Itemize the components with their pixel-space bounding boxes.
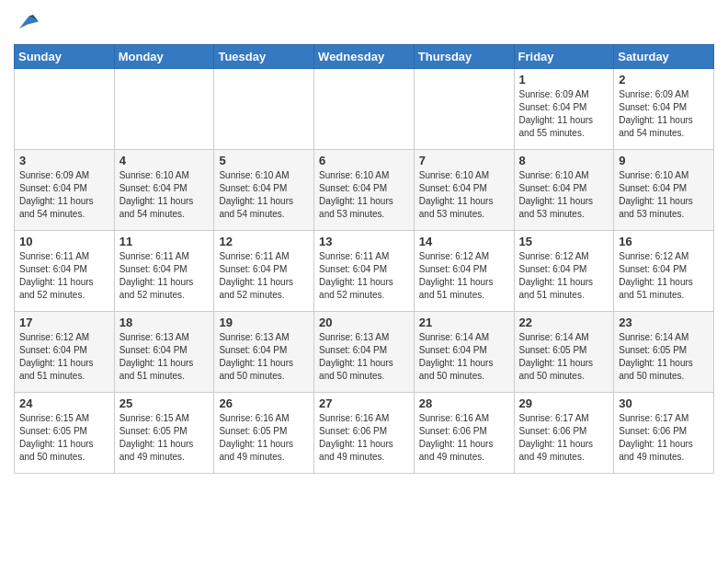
day-info: Sunrise: 6:12 AM Sunset: 6:04 PM Dayligh… (19, 331, 109, 383)
table-row: 28Sunrise: 6:16 AM Sunset: 6:06 PM Dayli… (414, 393, 514, 474)
day-info: Sunrise: 6:13 AM Sunset: 6:04 PM Dayligh… (319, 331, 409, 383)
day-number: 22 (519, 316, 609, 329)
day-number: 16 (619, 235, 709, 248)
table-row: 19Sunrise: 6:13 AM Sunset: 6:04 PM Dayli… (214, 312, 314, 393)
day-info: Sunrise: 6:09 AM Sunset: 6:04 PM Dayligh… (519, 88, 609, 140)
day-info: Sunrise: 6:12 AM Sunset: 6:04 PM Dayligh… (619, 250, 709, 302)
table-row (15, 69, 115, 150)
weekday-header-monday: Monday (114, 45, 214, 69)
day-number: 8 (519, 154, 609, 167)
table-row: 2Sunrise: 6:09 AM Sunset: 6:04 PM Daylig… (614, 69, 714, 150)
day-number: 26 (219, 396, 309, 410)
calendar-week-row: 3Sunrise: 6:09 AM Sunset: 6:04 PM Daylig… (15, 150, 714, 231)
day-info: Sunrise: 6:14 AM Sunset: 6:05 PM Dayligh… (519, 331, 609, 383)
table-row: 24Sunrise: 6:15 AM Sunset: 6:05 PM Dayli… (15, 393, 115, 474)
day-info: Sunrise: 6:10 AM Sunset: 6:04 PM Dayligh… (519, 169, 609, 221)
day-number: 10 (19, 235, 109, 248)
table-row: 22Sunrise: 6:14 AM Sunset: 6:05 PM Dayli… (514, 312, 614, 393)
day-number: 28 (419, 396, 509, 410)
day-info: Sunrise: 6:10 AM Sunset: 6:04 PM Dayligh… (619, 169, 709, 221)
day-info: Sunrise: 6:10 AM Sunset: 6:04 PM Dayligh… (319, 169, 409, 221)
svg-marker-0 (19, 17, 39, 29)
table-row: 6Sunrise: 6:10 AM Sunset: 6:04 PM Daylig… (314, 150, 415, 231)
day-info: Sunrise: 6:14 AM Sunset: 6:04 PM Dayligh… (419, 331, 509, 383)
calendar: SundayMondayTuesdayWednesdayThursdayFrid… (14, 44, 714, 474)
table-row: 17Sunrise: 6:12 AM Sunset: 6:04 PM Dayli… (15, 312, 115, 393)
weekday-header-thursday: Thursday (414, 45, 514, 69)
day-number: 25 (119, 396, 210, 410)
day-info: Sunrise: 6:15 AM Sunset: 6:05 PM Dayligh… (119, 412, 210, 464)
calendar-week-row: 17Sunrise: 6:12 AM Sunset: 6:04 PM Dayli… (15, 312, 714, 393)
header (14, 9, 714, 37)
table-row: 26Sunrise: 6:16 AM Sunset: 6:05 PM Dayli… (214, 393, 314, 474)
day-info: Sunrise: 6:13 AM Sunset: 6:04 PM Dayligh… (219, 331, 309, 383)
day-info: Sunrise: 6:16 AM Sunset: 6:06 PM Dayligh… (419, 412, 509, 464)
day-info: Sunrise: 6:17 AM Sunset: 6:06 PM Dayligh… (619, 412, 709, 464)
day-number: 15 (519, 235, 609, 248)
weekday-header-row: SundayMondayTuesdayWednesdayThursdayFrid… (15, 45, 714, 69)
weekday-header-sunday: Sunday (15, 45, 115, 69)
day-number: 18 (119, 316, 210, 329)
day-info: Sunrise: 6:11 AM Sunset: 6:04 PM Dayligh… (119, 250, 210, 302)
day-info: Sunrise: 6:11 AM Sunset: 6:04 PM Dayligh… (319, 250, 409, 302)
day-number: 1 (519, 73, 609, 86)
page: SundayMondayTuesdayWednesdayThursdayFrid… (0, 0, 728, 488)
day-number: 20 (319, 316, 409, 329)
table-row: 18Sunrise: 6:13 AM Sunset: 6:04 PM Dayli… (114, 312, 214, 393)
table-row: 27Sunrise: 6:16 AM Sunset: 6:06 PM Dayli… (314, 393, 415, 474)
weekday-header-friday: Friday (514, 45, 614, 69)
weekday-header-wednesday: Wednesday (314, 45, 415, 69)
day-info: Sunrise: 6:12 AM Sunset: 6:04 PM Dayligh… (519, 250, 609, 302)
table-row: 14Sunrise: 6:12 AM Sunset: 6:04 PM Dayli… (414, 231, 514, 312)
day-number: 14 (419, 235, 509, 248)
table-row (114, 69, 214, 150)
day-number: 5 (219, 154, 309, 167)
day-info: Sunrise: 6:14 AM Sunset: 6:05 PM Dayligh… (619, 331, 709, 383)
table-row: 5Sunrise: 6:10 AM Sunset: 6:04 PM Daylig… (214, 150, 314, 231)
table-row: 4Sunrise: 6:10 AM Sunset: 6:04 PM Daylig… (114, 150, 214, 231)
day-number: 2 (619, 73, 709, 86)
day-info: Sunrise: 6:09 AM Sunset: 6:04 PM Dayligh… (19, 169, 109, 221)
table-row: 12Sunrise: 6:11 AM Sunset: 6:04 PM Dayli… (214, 231, 314, 312)
table-row: 15Sunrise: 6:12 AM Sunset: 6:04 PM Dayli… (514, 231, 614, 312)
day-info: Sunrise: 6:12 AM Sunset: 6:04 PM Dayligh… (419, 250, 509, 302)
day-number: 11 (119, 235, 210, 248)
day-number: 4 (119, 154, 210, 167)
table-row: 9Sunrise: 6:10 AM Sunset: 6:04 PM Daylig… (614, 150, 714, 231)
weekday-header-tuesday: Tuesday (214, 45, 314, 69)
day-number: 12 (219, 235, 309, 248)
table-row: 10Sunrise: 6:11 AM Sunset: 6:04 PM Dayli… (15, 231, 115, 312)
day-number: 19 (219, 316, 309, 329)
day-number: 21 (419, 316, 509, 329)
logo (14, 9, 45, 37)
table-row: 23Sunrise: 6:14 AM Sunset: 6:05 PM Dayli… (614, 312, 714, 393)
day-info: Sunrise: 6:16 AM Sunset: 6:06 PM Dayligh… (319, 412, 409, 464)
day-info: Sunrise: 6:11 AM Sunset: 6:04 PM Dayligh… (19, 250, 109, 302)
day-number: 27 (319, 396, 409, 410)
table-row (314, 69, 415, 150)
table-row: 20Sunrise: 6:13 AM Sunset: 6:04 PM Dayli… (314, 312, 415, 393)
table-row: 25Sunrise: 6:15 AM Sunset: 6:05 PM Dayli… (114, 393, 214, 474)
table-row: 8Sunrise: 6:10 AM Sunset: 6:04 PM Daylig… (514, 150, 614, 231)
table-row: 30Sunrise: 6:17 AM Sunset: 6:06 PM Dayli… (614, 393, 714, 474)
table-row: 21Sunrise: 6:14 AM Sunset: 6:04 PM Dayli… (414, 312, 514, 393)
day-info: Sunrise: 6:15 AM Sunset: 6:05 PM Dayligh… (19, 412, 109, 464)
day-number: 23 (619, 316, 709, 329)
day-number: 13 (319, 235, 409, 248)
table-row: 13Sunrise: 6:11 AM Sunset: 6:04 PM Dayli… (314, 231, 415, 312)
calendar-week-row: 10Sunrise: 6:11 AM Sunset: 6:04 PM Dayli… (15, 231, 714, 312)
day-info: Sunrise: 6:10 AM Sunset: 6:04 PM Dayligh… (219, 169, 309, 221)
day-info: Sunrise: 6:10 AM Sunset: 6:04 PM Dayligh… (119, 169, 210, 221)
day-info: Sunrise: 6:09 AM Sunset: 6:04 PM Dayligh… (619, 88, 709, 140)
day-number: 3 (19, 154, 109, 167)
table-row: 1Sunrise: 6:09 AM Sunset: 6:04 PM Daylig… (514, 69, 614, 150)
table-row: 11Sunrise: 6:11 AM Sunset: 6:04 PM Dayli… (114, 231, 214, 312)
logo-bird-icon (14, 9, 41, 37)
calendar-week-row: 24Sunrise: 6:15 AM Sunset: 6:05 PM Dayli… (15, 393, 714, 474)
day-info: Sunrise: 6:10 AM Sunset: 6:04 PM Dayligh… (419, 169, 509, 221)
day-info: Sunrise: 6:17 AM Sunset: 6:06 PM Dayligh… (519, 412, 609, 464)
day-number: 24 (19, 396, 109, 410)
day-number: 29 (519, 396, 609, 410)
day-number: 9 (619, 154, 709, 167)
day-number: 30 (619, 396, 709, 410)
